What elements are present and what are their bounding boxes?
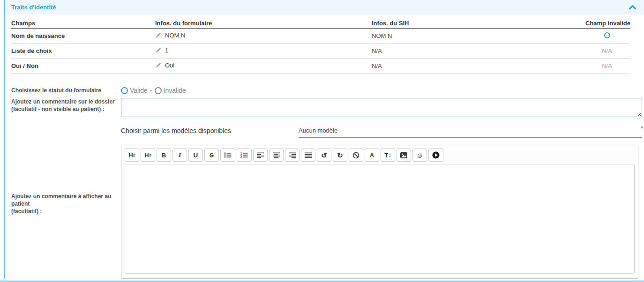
- invalid-cell: N/A: [584, 44, 630, 59]
- panel-header[interactable]: Traits d'identité: [5, 0, 644, 15]
- options-separator: -: [150, 87, 152, 94]
- redo-button[interactable]: ↻: [333, 148, 347, 162]
- invalid-cell: N/A: [584, 59, 630, 74]
- column-header-sih-info: Infos. du SIH: [372, 18, 584, 29]
- invalide-radio[interactable]: [155, 87, 162, 94]
- form-value: Oui: [165, 62, 174, 69]
- bold-button[interactable]: B: [157, 148, 171, 162]
- justify-button[interactable]: [301, 148, 315, 162]
- bullet-list-button[interactable]: [220, 148, 235, 162]
- form-value: NOM N: [165, 32, 185, 39]
- align-justify-icon: [305, 152, 312, 158]
- clear-format-button[interactable]: [349, 148, 363, 162]
- form-value-cell[interactable]: 1: [155, 44, 372, 59]
- column-header-form-info: Infos. du formulaire: [155, 18, 372, 29]
- undo-icon: ↺: [321, 152, 327, 159]
- align-left-button[interactable]: [253, 148, 268, 162]
- status-options: Valide - Invalide: [121, 87, 186, 94]
- pencil-icon[interactable]: [155, 62, 162, 70]
- next-section-divider: [0, 281, 644, 282]
- numbered-list-icon: 123: [240, 152, 248, 158]
- column-header-champ-invalide: Champ invalide: [584, 18, 630, 29]
- italic-button[interactable]: I: [172, 148, 187, 162]
- field-name: Nom de naissance: [11, 29, 155, 44]
- align-center-button[interactable]: [269, 148, 284, 162]
- dropdown-caret-icon: ▼: [640, 126, 644, 130]
- invalid-cell: [584, 29, 630, 44]
- form-value-cell[interactable]: Oui: [155, 59, 372, 74]
- form-value-cell[interactable]: NOM N: [155, 29, 372, 44]
- image-button[interactable]: [397, 148, 411, 162]
- sih-value: N/A: [372, 59, 584, 74]
- strikethrough-button[interactable]: S: [204, 148, 219, 162]
- valide-radio-label[interactable]: Valide: [130, 87, 148, 94]
- align-right-button[interactable]: [285, 148, 300, 162]
- text-color-button[interactable]: A: [365, 148, 379, 162]
- dossier-comment-textarea[interactable]: [121, 98, 642, 117]
- patient-comment-label: Ajoutez un commentaire à afficher au pat…: [11, 146, 121, 215]
- chevron-up-icon[interactable]: [629, 5, 637, 10]
- panel-title: Traits d'identité: [11, 4, 56, 11]
- video-button[interactable]: [428, 148, 443, 162]
- table-row: Liste de choix 1 N/A N/A: [11, 44, 630, 59]
- align-center-icon: [273, 152, 280, 158]
- heading3-button[interactable]: H3: [141, 148, 155, 162]
- play-icon: [432, 151, 440, 159]
- emoji-button[interactable]: ☺: [412, 148, 427, 162]
- field-name: Oui / Non: [11, 59, 155, 74]
- svg-text:3: 3: [240, 156, 242, 158]
- identity-traits-panel: Traits d'identité Champs Infos. du formu…: [4, 0, 644, 279]
- dossier-comment-label: Ajoutez un commentaire sur le dossier (f…: [11, 98, 121, 113]
- form-value: 1: [165, 47, 168, 54]
- template-select[interactable]: Aucun modèle ▼: [299, 126, 642, 138]
- underline-button[interactable]: U: [188, 148, 203, 162]
- pencil-icon[interactable]: [155, 47, 162, 55]
- bullet-list-icon: [224, 152, 232, 158]
- table-row: Nom de naissance NOM N NOM N: [11, 29, 630, 44]
- champ-invalide-radio[interactable]: [604, 32, 610, 38]
- redo-icon: ↻: [337, 152, 343, 159]
- invalide-radio-label[interactable]: Invalide: [164, 87, 186, 94]
- patient-comment-editor-area[interactable]: [125, 164, 635, 274]
- undo-button[interactable]: ↺: [317, 148, 331, 162]
- heading2-button[interactable]: H2: [125, 148, 139, 162]
- sih-value: NOM N: [372, 29, 584, 44]
- field-name: Liste de choix: [11, 44, 155, 59]
- image-icon: [400, 152, 407, 158]
- status-label: Choisissez le statut du formulaire: [11, 87, 121, 94]
- identity-fields-table: Champs Infos. du formulaire Infos. du SI…: [11, 18, 630, 74]
- editor-toolbar: H2 H3 B I U S 123: [125, 148, 635, 162]
- align-right-icon: [289, 152, 296, 158]
- numbered-list-button[interactable]: 123: [237, 148, 252, 162]
- font-size-button[interactable]: T↕: [381, 148, 395, 162]
- align-left-icon: [257, 152, 264, 158]
- rich-text-editor: H2 H3 B I U S 123: [121, 146, 638, 279]
- ban-icon: [352, 152, 359, 159]
- sih-value: N/A: [372, 44, 584, 59]
- smiley-icon: ☺: [416, 151, 423, 159]
- table-row: Oui / Non Oui N/A N/A: [11, 59, 630, 74]
- template-select-value: Aucun modèle: [299, 127, 337, 134]
- pencil-icon[interactable]: [155, 32, 162, 40]
- table-header-row: Champs Infos. du formulaire Infos. du SI…: [11, 18, 630, 29]
- template-select-label: Choisir parmi les modèles disponibles: [121, 126, 299, 134]
- column-header-champs: Champs: [11, 18, 155, 29]
- valide-radio[interactable]: [121, 87, 128, 94]
